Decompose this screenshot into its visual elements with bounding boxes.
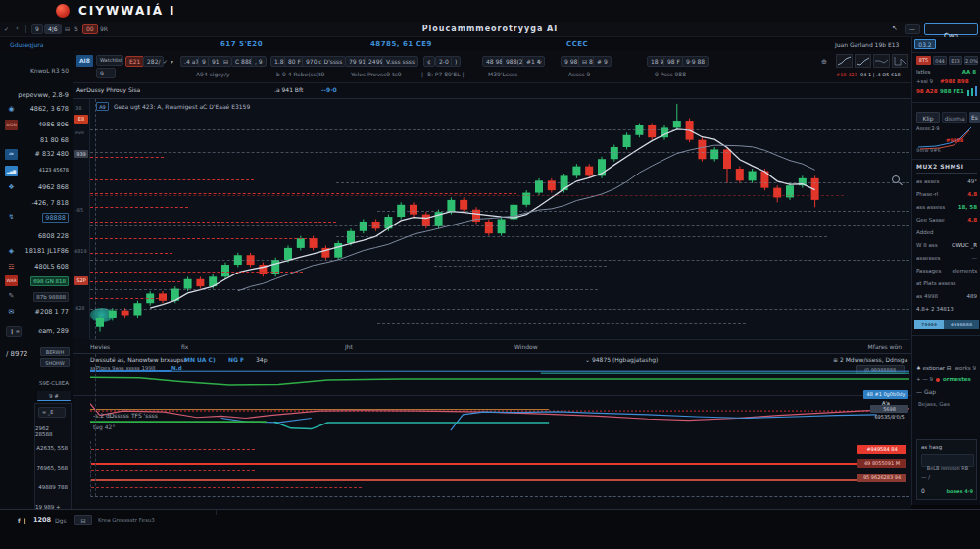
quote-value-1: 617 5'E20 xyxy=(220,40,263,48)
subpanel-value[interactable]: A2635, 558 xyxy=(36,445,68,451)
orders-controls[interactable]: + — 9 xyxy=(916,376,933,382)
sidebar-tag-box[interactable]: ❙ = xyxy=(6,326,22,337)
watchlist-item[interactable]: WAR698 GN 818 xyxy=(4,275,71,288)
toolbar-e21-button[interactable]: E21 xyxy=(125,56,144,67)
status-dot xyxy=(936,378,940,382)
pct-pill-3[interactable]: 2.0% xyxy=(964,56,978,65)
gap-label[interactable]: — Gap xyxy=(916,388,936,395)
candlestick-chart[interactable]: 38 eve E8 939 -85 4819 S2P 428 A9 Geza u… xyxy=(74,98,911,338)
chart-thumbnail-3[interactable] xyxy=(873,54,890,68)
price-tick: 428 xyxy=(75,305,85,311)
quote-row-red: #988 898 xyxy=(940,78,969,84)
chart-header-mid: .a 941 Bft xyxy=(274,86,303,93)
quote-row-red2: 98 A28 xyxy=(916,88,937,94)
ind1-mid-label[interactable]: ⌄ 94875 (Hgbagjatashg) xyxy=(585,356,658,363)
exposure-progress-bar[interactable]: 79999 4998888 xyxy=(914,320,979,329)
toolbar-282-button[interactable]: 282/ xyxy=(143,56,164,67)
tab-klip[interactable]: Klip xyxy=(916,112,940,123)
quote-row-label: Istles xyxy=(916,69,930,75)
toolbar-g6-1[interactable]: ¢ xyxy=(423,56,435,67)
order-confirm-text[interactable]: bones 4·9 xyxy=(946,488,973,494)
mini-chart-red-value: #9888 xyxy=(946,137,963,143)
status-icons: f ❙ xyxy=(18,517,27,524)
minimize-button[interactable]: — xyxy=(905,24,920,34)
toolbar-g5-3[interactable]: V.sss ssss xyxy=(382,56,418,67)
toolbar-g4-3[interactable]: 970 c D'ssss xyxy=(302,56,346,67)
ind1-value-3: 34p xyxy=(256,356,267,363)
chevron-down-icon[interactable]: ▾ xyxy=(171,58,173,65)
sidebar-tab[interactable]: 9 # xyxy=(37,391,71,401)
watchlist-item[interactable]: ≈# 832 480 xyxy=(4,149,71,162)
user-icon: ◉ xyxy=(5,104,18,115)
toolbar-g10-3[interactable]: 9·9 88 xyxy=(682,56,709,67)
watchlist-item[interactable]: ◈18181 JL1F86 xyxy=(4,246,71,259)
chart-thumbnail-2[interactable] xyxy=(855,54,871,68)
chart-plot[interactable]: A9 Geza ugt 423: A, Rwamigest aC D'Eaaé … xyxy=(90,99,909,339)
plus-circle-icon[interactable]: ⊕ xyxy=(821,58,827,66)
price-level-line xyxy=(377,211,909,212)
shohw-button[interactable]: SHOHW xyxy=(40,358,70,367)
watchlist-item[interactable]: ☲480L5 608 xyxy=(4,262,71,274)
subpanel-value[interactable]: 2962 28588 xyxy=(35,425,68,437)
price-level-line xyxy=(434,266,607,267)
watchlist-item[interactable]: ◉4862, 3 678 xyxy=(4,104,71,117)
toolbar-g6-3[interactable]: ) xyxy=(451,56,461,67)
subpanel-head[interactable]: = _E xyxy=(38,407,66,418)
chart-thumbnail-1[interactable] xyxy=(836,54,853,68)
watchlist-item[interactable]: 81 80 68 xyxy=(4,135,71,148)
ind1-right-label[interactable]: ≡ 2 Mdww/ssess, Ddnsga xyxy=(833,356,907,363)
ai-badge[interactable]: AI8 xyxy=(76,55,93,67)
order-input[interactable]: BeLB rensson RB xyxy=(921,454,974,467)
ind1-title[interactable]: Dwssuté as, Nanowtew brxaupss xyxy=(90,356,187,363)
status-badge[interactable]: ⊟ xyxy=(74,515,92,525)
subpanel-value[interactable]: 49889 788 xyxy=(38,484,68,490)
price-tick: -85 xyxy=(75,207,83,213)
watchlist-item[interactable]: -426, 7 818 xyxy=(4,198,71,211)
orders-header[interactable]: ♠ estionar ⊟ xyxy=(916,365,951,371)
right-panel-badge[interactable]: 03.2 xyxy=(914,39,936,49)
watchlist-item[interactable]: 6808 228 xyxy=(4,231,71,244)
watchlist-box[interactable]: Watchlist —— xyxy=(96,55,123,66)
check-icon[interactable]: ✓ xyxy=(163,58,168,65)
price-level-line xyxy=(90,179,254,180)
cwp-button[interactable]: Cwp xyxy=(924,23,978,35)
watchlist-item[interactable]: ↯98888 xyxy=(4,212,71,225)
watchlist-item[interactable]: pepevww, 2.8-9 xyxy=(4,90,71,103)
subpanel-value[interactable]: 76965, 568 xyxy=(37,465,69,471)
watchlist-item[interactable]: ▂▄▆4123 45678 xyxy=(4,166,71,178)
pct-pill-1[interactable]: 044 xyxy=(933,56,947,65)
ind3-badge-1: #949584 84 xyxy=(858,445,906,454)
chart-thumbnail-4[interactable] xyxy=(892,54,908,68)
ind3-badge-2: 49 8055091 M xyxy=(858,459,906,468)
diamond-icon: ❖ xyxy=(5,182,18,193)
trading-app-window: CIYWWAIÁ I ✓ ‹ 9 4¦6 ⊟ 5 00 9R Ploucammm… xyxy=(0,0,980,549)
ind3-plot[interactable] xyxy=(90,441,909,497)
tab-es[interactable]: Es xyxy=(969,112,980,123)
orders-header-right[interactable]: works 9 xyxy=(956,365,976,371)
cursor-icon: ↖ xyxy=(892,25,898,32)
pct-pill-2[interactable]: E23 xyxy=(949,56,962,65)
status-text: Krea Gresssstr Fesu3 xyxy=(98,517,155,523)
ind1-value-1: MN UA C) xyxy=(184,356,216,363)
watchlist-item[interactable]: ❖4962 868 xyxy=(4,182,71,195)
toolbar-g10-2[interactable]: 98 F xyxy=(663,56,684,67)
user-label: Juan Garland 19b E13 xyxy=(835,41,899,48)
sell-pill[interactable]: 8T5 xyxy=(916,56,931,65)
price-level-line xyxy=(90,309,909,310)
berwh-button[interactable]: BERWH xyxy=(40,347,70,356)
toolbar-g3-6[interactable]: , 9 xyxy=(251,56,267,67)
order-qty[interactable]: 0 xyxy=(921,487,925,494)
quote-row-green2: 988 FE1 xyxy=(940,88,964,94)
price-level-line xyxy=(90,272,303,273)
statusbar-divider xyxy=(216,510,217,515)
tab-dissma[interactable]: dissma xyxy=(942,112,967,123)
watchlist-item[interactable]: ✎87b 98888 xyxy=(4,291,71,304)
watchlist-item[interactable]: ✉#208 1 77 xyxy=(4,307,71,320)
watchlist-box-2[interactable]: 9 xyxy=(96,68,116,78)
axis-label: Hevies xyxy=(90,343,110,350)
toolbar-g9-3[interactable]: # 9 xyxy=(593,56,612,67)
watchlist-item[interactable]: ASIN4986 806 xyxy=(4,120,71,132)
summary-row: as asses49° xyxy=(916,176,977,188)
refresh-icon[interactable]: ↻ xyxy=(537,58,542,65)
summary-row: Phase-rl4.8 xyxy=(916,189,977,201)
